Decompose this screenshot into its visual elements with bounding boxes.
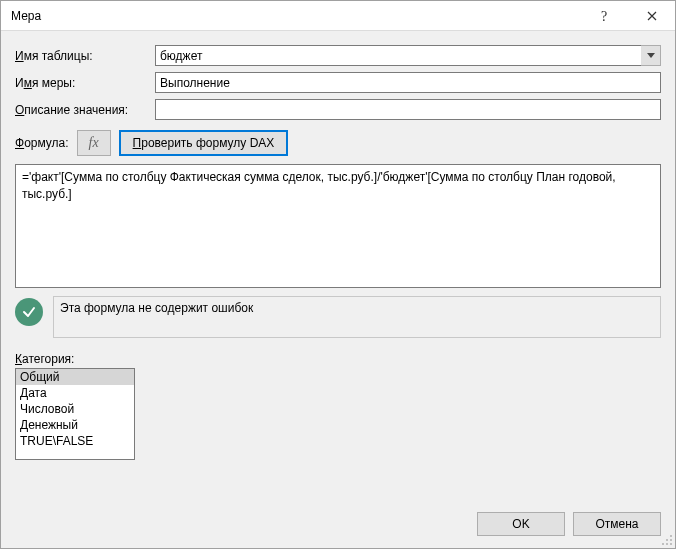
status-message: Эта формула не содержит ошибок [53, 296, 661, 338]
check-dax-button[interactable]: Проверить формулу DAX [119, 130, 289, 156]
dialog-title: Мера [11, 9, 583, 23]
category-item[interactable]: Общий [16, 369, 134, 385]
table-name-input[interactable] [155, 45, 641, 66]
dialog-content: Имя таблицы: Имя меры: Описание значения… [1, 31, 675, 502]
svg-point-2 [666, 539, 668, 541]
svg-point-6 [670, 543, 672, 545]
measure-name-label: Имя меры: [15, 76, 155, 90]
dropdown-arrow-icon[interactable] [641, 45, 661, 66]
svg-point-1 [670, 535, 672, 537]
success-icon [15, 298, 43, 326]
fx-button[interactable]: fx [77, 130, 111, 156]
svg-point-3 [670, 539, 672, 541]
category-label: Категория: [15, 352, 661, 366]
table-name-combo[interactable] [155, 45, 661, 66]
description-row: Описание значения: [15, 99, 661, 120]
ok-button[interactable]: OK [477, 512, 565, 536]
formula-label: Формула: [15, 136, 69, 150]
svg-text:?: ? [601, 9, 607, 23]
svg-point-5 [666, 543, 668, 545]
svg-point-4 [662, 543, 664, 545]
formula-editor[interactable] [15, 164, 661, 288]
category-item[interactable]: Дата [16, 385, 134, 401]
dialog-buttons: OK Отмена [1, 502, 675, 548]
help-button[interactable]: ? [583, 1, 629, 31]
table-name-label: Имя таблицы: [15, 49, 155, 63]
measure-dialog: Мера ? Имя таблицы: Имя меры: Описание з… [0, 0, 676, 549]
description-input[interactable] [155, 99, 661, 120]
category-list[interactable]: Общий Дата Числовой Денежный TRUE\FALSE [15, 368, 135, 460]
table-name-row: Имя таблицы: [15, 45, 661, 66]
close-button[interactable] [629, 1, 675, 31]
description-label: Описание значения: [15, 103, 155, 117]
formula-toolbar: Формула: fx Проверить формулу DAX [15, 130, 661, 156]
status-row: Эта формула не содержит ошибок [15, 296, 661, 338]
category-item[interactable]: Денежный [16, 417, 134, 433]
measure-name-input[interactable] [155, 72, 661, 93]
category-item[interactable]: TRUE\FALSE [16, 433, 134, 449]
resize-grip-icon[interactable] [661, 534, 673, 546]
cancel-button[interactable]: Отмена [573, 512, 661, 536]
titlebar: Мера ? [1, 1, 675, 31]
category-item[interactable]: Числовой [16, 401, 134, 417]
measure-name-row: Имя меры: [15, 72, 661, 93]
